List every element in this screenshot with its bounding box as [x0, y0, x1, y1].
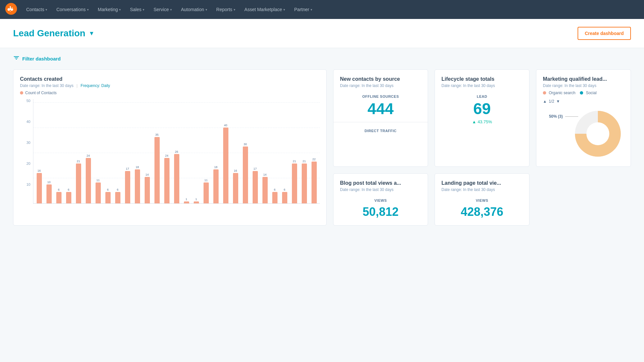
bar-group: 24 — [162, 154, 171, 203]
bar — [223, 128, 228, 203]
nav-item-partner[interactable]: Partner ▾ — [290, 4, 316, 15]
bar-group: 14 — [143, 173, 152, 203]
bar-value-label: 24 — [165, 154, 168, 157]
pagination: ▲ 1/2 ▼ — [543, 99, 624, 104]
bar-value-label: 18 — [135, 165, 139, 169]
bar-value-label: 6 — [274, 188, 276, 191]
bar — [125, 171, 130, 203]
bar-value-label: 17 — [126, 167, 129, 170]
bar-value-label: 14 — [145, 173, 149, 176]
bar-group: 10 — [45, 181, 53, 203]
marketing-qualified-date: Date range: In the last 30 days — [543, 83, 624, 88]
bar-value-label: 6 — [107, 188, 109, 191]
bar-value-label: 14 — [263, 173, 266, 176]
marketing-legend: Organic search Social — [543, 91, 624, 95]
bar-group: 6 — [64, 188, 73, 203]
bar — [164, 158, 170, 203]
bar-value-label: 1 — [195, 198, 197, 201]
lifecycle-stage-card: Lifecycle stage totals Date range: In th… — [435, 69, 529, 167]
page-header: Lead Generation ▼ Create dashboard — [0, 19, 644, 48]
marketing-chevron-icon: ▾ — [119, 8, 121, 11]
title-dropdown-icon[interactable]: ▼ — [89, 30, 95, 37]
bar-value-label: 26 — [175, 150, 178, 153]
bar-group: 1 — [192, 198, 201, 203]
bar-value-label: 21 — [293, 160, 296, 163]
filter-label[interactable]: Filter dashboard — [22, 56, 61, 61]
automation-chevron-icon: ▾ — [206, 8, 207, 11]
bar — [243, 147, 248, 203]
bar — [56, 192, 62, 203]
partner-chevron-icon: ▾ — [311, 8, 312, 11]
page-title: Lead Generation ▼ — [13, 28, 95, 39]
nav-item-conversations[interactable]: Conversations ▾ — [52, 4, 93, 15]
bar-group: 40 — [221, 124, 230, 203]
next-page-icon[interactable]: ▼ — [556, 99, 560, 104]
blog-views-label: VIEWS — [340, 198, 421, 202]
landing-views-label: VIEWS — [441, 198, 523, 202]
bar-value-label: 35 — [155, 133, 158, 136]
nav-logo — [5, 3, 21, 16]
bar-value-label: 16 — [37, 169, 41, 172]
bar-group: 17 — [123, 167, 132, 203]
new-contacts-title: New contacts by source — [340, 76, 421, 82]
bar — [154, 137, 160, 203]
bar-group: 6 — [113, 188, 122, 203]
contacts-created-card: Contacts created Date range: In the last… — [13, 69, 327, 226]
filter-icon — [13, 55, 20, 63]
nav-item-reports[interactable]: Reports ▾ — [212, 4, 239, 15]
bar — [135, 169, 140, 203]
bar-group: 11 — [202, 179, 210, 203]
nav-item-service[interactable]: Service ▾ — [150, 4, 176, 15]
bar-group: 18 — [133, 165, 142, 203]
lead-change: ▲ 43.75% — [441, 119, 523, 124]
nav-item-asset-marketplace[interactable]: Asset Marketplace ▾ — [241, 4, 289, 15]
lead-label: LEAD — [441, 95, 523, 98]
bar-group: 6 — [280, 188, 289, 203]
bar-value-label: 6 — [117, 188, 118, 191]
bar — [46, 184, 52, 203]
marketing-qualified-card: Marketing qualified lead... Date range: … — [536, 69, 631, 167]
bar — [184, 201, 189, 203]
bar-value-label: 6 — [284, 188, 285, 191]
bar-group: 24 — [84, 154, 93, 203]
nav-item-contacts[interactable]: Contacts ▾ — [22, 4, 51, 15]
bar — [66, 192, 71, 203]
bar — [312, 162, 317, 203]
create-dashboard-button[interactable]: Create dashboard — [578, 27, 631, 40]
bar — [86, 158, 91, 203]
bar — [272, 192, 277, 203]
bar — [37, 173, 42, 203]
lead-value: 69 — [441, 101, 523, 117]
asset-marketplace-chevron-icon: ▾ — [283, 8, 285, 11]
svg-rect-3 — [16, 59, 17, 60]
bar — [145, 177, 150, 203]
contacts-legend: Count of Contacts — [20, 91, 320, 95]
bar-group: 21 — [290, 160, 299, 203]
contacts-chevron-icon: ▾ — [45, 8, 47, 11]
contacts-created-subtitle: Date range: In the last 30 days | Freque… — [20, 83, 320, 88]
landing-views-value: 428,376 — [441, 205, 523, 219]
blog-views-value: 50,812 — [340, 205, 421, 219]
prev-page-icon[interactable]: ▲ — [543, 99, 547, 104]
bar-value-label: 6 — [68, 188, 69, 191]
bar — [233, 173, 238, 203]
direct-label: DIRECT TRAFFIC — [340, 129, 421, 133]
marketing-qualified-title: Marketing qualified lead... — [543, 76, 624, 82]
bar-value-label: 22 — [312, 158, 315, 161]
offline-value: 444 — [340, 101, 421, 117]
bar-value-label: 16 — [234, 169, 237, 172]
bar — [213, 169, 219, 203]
bar — [253, 171, 258, 203]
nav-item-marketing[interactable]: Marketing ▾ — [94, 4, 125, 15]
lifecycle-title: Lifecycle stage totals — [441, 76, 523, 82]
bar-value-label: 30 — [243, 143, 247, 146]
bar-value-label: 18 — [214, 165, 217, 169]
pie-label: 50% (3) — [549, 114, 578, 119]
bar-group: 30 — [241, 143, 250, 203]
bar-group: 1 — [182, 198, 191, 203]
nav-item-sales[interactable]: Sales ▾ — [126, 4, 148, 15]
nav-item-automation[interactable]: Automation ▾ — [177, 4, 211, 15]
bar-group: 11 — [94, 179, 102, 203]
new-contacts-date: Date range: In the last 30 days — [340, 83, 421, 88]
filter-bar: Filter dashboard — [0, 48, 644, 66]
